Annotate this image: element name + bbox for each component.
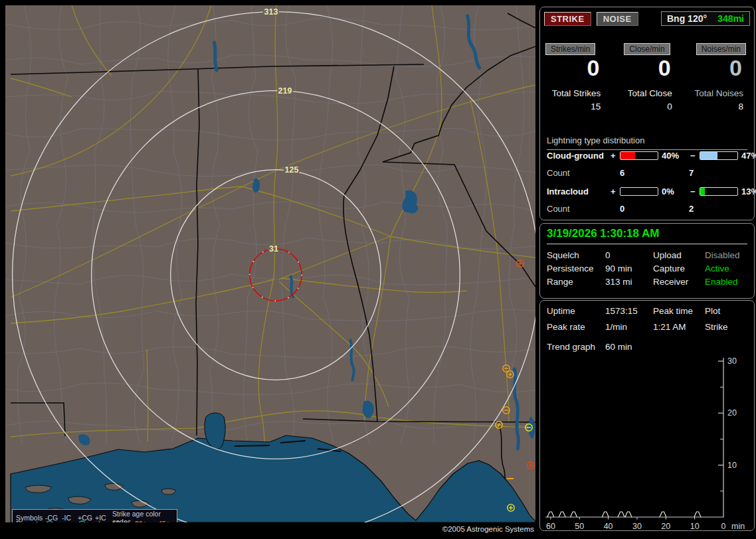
trend-xtick-60: 60 bbox=[546, 522, 555, 530]
ic-neg-bar bbox=[700, 187, 738, 196]
status-panel: 3/19/2026 1:30:18 AM Squelch 0 Upload Di… bbox=[539, 223, 755, 299]
trend-xtick-0: 0 bbox=[721, 522, 726, 530]
ic-pos-count: 0 bbox=[620, 204, 689, 214]
trend-spike bbox=[660, 512, 666, 517]
intracloud-row: Intracloud + 0% − 13% bbox=[547, 187, 750, 196]
peak-rate-value: 1/min bbox=[605, 322, 653, 332]
ring-label-31: 31 bbox=[269, 244, 278, 254]
range-value: 313 mi bbox=[605, 277, 653, 287]
range-label: Range bbox=[547, 277, 605, 287]
ic-pos-pct: 0% bbox=[658, 187, 690, 196]
trend-spike bbox=[571, 512, 577, 517]
total-strikes: Total Strikes 15 bbox=[540, 88, 611, 112]
cloud-ground-row: Cloud-ground + 40% − 47% bbox=[547, 151, 750, 161]
trend-spike bbox=[618, 512, 624, 517]
map-display[interactable]: 31125219313 Symbols -CG -IC +CG +IC Stri… bbox=[5, 5, 535, 522]
trend-xtick-50: 50 bbox=[575, 522, 584, 530]
plot-label: Plot bbox=[705, 306, 750, 316]
noises-per-min-value: 0 bbox=[683, 55, 754, 80]
persistence-label: Persistence bbox=[547, 264, 605, 273]
receiver-label: Receiver bbox=[653, 277, 705, 287]
cg-pos-pct: 40% bbox=[658, 151, 690, 161]
cg-neg-pct: 47% bbox=[738, 151, 756, 161]
trend-xtick-30: 30 bbox=[632, 522, 642, 530]
plot-mode-value: Strike bbox=[705, 322, 750, 332]
distribution-title: Lightning type distribution bbox=[547, 135, 747, 150]
ic-pos-bar bbox=[620, 187, 658, 196]
squelch-value: 0 bbox=[605, 250, 653, 260]
noise-button[interactable]: NOISE bbox=[597, 12, 638, 26]
ic-neg-pct: 13% bbox=[738, 187, 756, 196]
copyright-text: ©2005 Astrogenic Systems bbox=[5, 522, 535, 536]
bearing-readout: Bng 120° 348mi bbox=[661, 11, 750, 26]
peak-time-label: Peak time bbox=[653, 306, 705, 316]
cg-pos-count: 6 bbox=[620, 168, 689, 178]
cg-neg-count: 7 bbox=[689, 168, 750, 178]
map-canvas: 31125219313 bbox=[5, 5, 535, 522]
ring-label-313: 313 bbox=[264, 7, 278, 17]
receiver-status: Enabled bbox=[705, 277, 750, 287]
trend-ytick-10: 10 bbox=[727, 461, 737, 470]
trend-axes bbox=[545, 358, 723, 517]
cg-pos-recent-icon bbox=[78, 520, 95, 523]
legend-recent-label: Recent bbox=[16, 520, 45, 522]
trend-spike bbox=[559, 512, 565, 517]
ring-label-219: 219 bbox=[278, 86, 292, 96]
age-code-15: 15+ bbox=[112, 520, 135, 522]
intracloud-count-row: Count 0 2 bbox=[547, 204, 750, 214]
cg-neg-recent-icon bbox=[45, 520, 62, 523]
ic-neg-recent-icon bbox=[62, 520, 78, 523]
upload-label: Upload bbox=[653, 250, 705, 260]
trend-spike bbox=[547, 512, 554, 517]
uptime-label: Uptime bbox=[547, 306, 605, 316]
trend-spike bbox=[694, 512, 701, 517]
trend-ytick-20: 20 bbox=[727, 408, 737, 418]
strikes-per-min-label: Strikes/min bbox=[545, 43, 595, 55]
ic-neg-count: 2 bbox=[689, 204, 750, 214]
date-time: 3/19/2026 1:30:18 AM bbox=[547, 227, 747, 244]
peak-rate-label: Peak rate bbox=[547, 322, 605, 332]
strike-button[interactable]: STRIKE bbox=[544, 12, 591, 26]
counters-panel: STRIKE NOISE Bng 120° 348mi Strikes/min … bbox=[539, 7, 755, 220]
symbol-legend: Symbols -CG -IC +CG +IC Strike age color… bbox=[12, 509, 177, 522]
upload-status: Disabled bbox=[705, 250, 750, 260]
noises-per-min-label: Noises/min bbox=[696, 43, 746, 55]
trend-x-unit: min bbox=[731, 522, 745, 530]
squelch-label: Squelch bbox=[547, 250, 605, 260]
capture-label: Capture bbox=[653, 264, 705, 273]
bearing-distance: 348mi bbox=[717, 13, 744, 24]
trend-panel: Uptime 1573:15 Peak time Plot Peak rate … bbox=[539, 300, 755, 531]
cloud-ground-count-row: Count 6 7 bbox=[547, 168, 750, 178]
trend-xtick-10: 10 bbox=[690, 522, 700, 530]
total-noises: Total Noises 8 bbox=[683, 88, 754, 112]
close-per-min-label: Close/min bbox=[624, 43, 670, 55]
trend-xtick-40: 40 bbox=[604, 522, 613, 530]
ic-pos-recent-icon bbox=[95, 520, 112, 523]
trend-graph: 1020306050403020100min bbox=[540, 338, 754, 530]
capture-status: Active bbox=[705, 264, 750, 273]
strikes-per-min-value: 0 bbox=[540, 55, 611, 80]
legend-row-recent: Recent 15+ 30+ 45+ bbox=[13, 519, 177, 522]
cg-neg-bar bbox=[700, 151, 738, 160]
legend-header: Symbols -CG -IC +CG +IC Strike age color… bbox=[13, 510, 177, 519]
persistence-value: 90 min bbox=[605, 264, 653, 273]
age-code-45: 45+ bbox=[158, 520, 180, 522]
age-code-30: 30+ bbox=[135, 520, 158, 522]
uptime-value: 1573:15 bbox=[605, 306, 653, 316]
trend-spike bbox=[625, 512, 632, 517]
cg-pos-bar bbox=[620, 151, 658, 160]
trend-xtick-20: 20 bbox=[661, 522, 670, 530]
trend-ytick-30: 30 bbox=[727, 356, 737, 366]
total-close: Total Close 0 bbox=[611, 88, 682, 112]
ring-label-125: 125 bbox=[285, 165, 299, 175]
bearing-label: Bng 120° bbox=[667, 13, 707, 24]
peak-time-value: 1:21 AM bbox=[653, 322, 705, 332]
close-per-min-value: 0 bbox=[611, 55, 682, 80]
trend-spike bbox=[602, 512, 609, 517]
